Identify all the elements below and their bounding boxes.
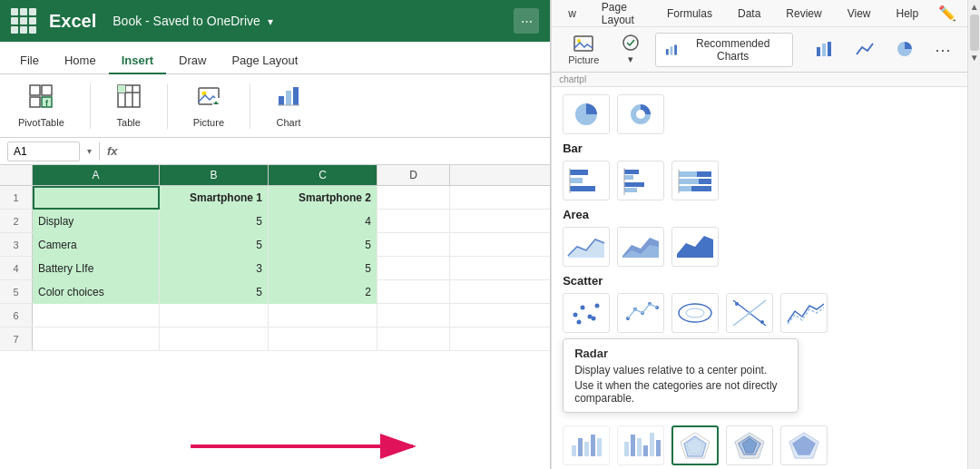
- cell-a6[interactable]: [33, 304, 160, 327]
- col-header-b[interactable]: B: [160, 165, 269, 185]
- bar-thumb-2[interactable]: [617, 161, 664, 200]
- bar-thumb-1[interactable]: [563, 161, 610, 200]
- cell-b7[interactable]: [160, 327, 269, 351]
- more-charts-btn[interactable]: ⋯: [927, 36, 958, 64]
- cell-b5[interactable]: 5: [160, 280, 269, 304]
- svg-rect-37: [624, 188, 637, 192]
- cell-b4[interactable]: 3: [160, 257, 269, 280]
- cell-a2[interactable]: Display: [33, 210, 160, 233]
- cell-a3[interactable]: Camera: [33, 233, 160, 257]
- scatter-thumb-2[interactable]: [617, 293, 664, 333]
- cell-d7[interactable]: [377, 327, 450, 351]
- area-thumb-1[interactable]: [563, 227, 610, 267]
- cell-a5[interactable]: Color choices: [33, 280, 160, 304]
- cell-a4[interactable]: Battery LIfe: [33, 257, 160, 280]
- menu-item-review[interactable]: Review: [780, 5, 827, 22]
- cell-c6[interactable]: [269, 304, 377, 327]
- cell-d4[interactable]: [377, 257, 450, 280]
- cell-c7[interactable]: [269, 327, 377, 351]
- cell-c2[interactable]: 4: [269, 210, 377, 233]
- menu-item-page-layout[interactable]: Page Layout: [596, 0, 647, 28]
- scroll-up-arrow[interactable]: ▲: [969, 2, 980, 13]
- radar-thumb-3[interactable]: [780, 425, 828, 465]
- scatter-thumb-1[interactable]: [563, 293, 610, 333]
- col-header-c[interactable]: C: [269, 165, 377, 185]
- cell-c1[interactable]: Smartphone 2: [269, 186, 377, 210]
- row-num-2: 2: [0, 210, 33, 232]
- line-chart-quick-btn[interactable]: [848, 36, 882, 64]
- col-header-d[interactable]: D: [377, 165, 450, 185]
- minimize-button[interactable]: ⋯: [514, 8, 539, 34]
- radar-thumb-2[interactable]: [726, 425, 773, 465]
- cell-c5[interactable]: 2: [269, 280, 377, 304]
- radar-thumb-1[interactable]: [671, 425, 719, 465]
- scatter-thumb-5[interactable]: [780, 293, 828, 333]
- area-thumb-2[interactable]: [617, 227, 664, 267]
- menu-item-formulas[interactable]: Formulas: [662, 5, 718, 22]
- bar-chart-quick-btn[interactable]: [808, 36, 842, 64]
- cell-a1[interactable]: [33, 186, 160, 210]
- cell-d2[interactable]: [377, 210, 450, 233]
- pivot-table-button[interactable]: f PivotTable: [11, 80, 72, 132]
- donut-chart-thumb-1[interactable]: [617, 94, 664, 134]
- svg-point-22: [623, 35, 638, 50]
- cell-d6[interactable]: [377, 304, 450, 327]
- cell-c3[interactable]: 5: [269, 233, 377, 257]
- cell-ref-dropdown[interactable]: ▾: [87, 146, 92, 156]
- cell-d5[interactable]: [377, 280, 450, 304]
- svg-rect-1: [42, 85, 52, 95]
- cell-d3[interactable]: [377, 233, 450, 257]
- bar-thumb-3[interactable]: [671, 161, 719, 200]
- cell-b3[interactable]: 5: [160, 233, 269, 257]
- scroll-thumb[interactable]: [970, 15, 979, 51]
- table-row: 7: [0, 327, 550, 351]
- cell-b6[interactable]: [160, 304, 269, 327]
- tab-draw[interactable]: Draw: [166, 48, 219, 74]
- tab-file[interactable]: File: [7, 48, 52, 74]
- pie-chart-thumb-1[interactable]: [563, 94, 610, 134]
- tab-page-layout[interactable]: Page Layout: [219, 48, 310, 74]
- svg-marker-46: [568, 239, 604, 258]
- formula-input[interactable]: [125, 144, 544, 158]
- col-header-a[interactable]: A: [33, 165, 160, 185]
- svg-rect-28: [828, 42, 831, 56]
- tab-insert[interactable]: Insert: [109, 48, 166, 74]
- cell-b1[interactable]: Smartphone 1: [160, 186, 269, 210]
- bar-small-thumb-2[interactable]: [617, 425, 664, 465]
- svg-rect-32: [570, 186, 595, 191]
- picture-ribbon-btn[interactable]: Picture: [561, 31, 606, 69]
- chart-button[interactable]: Chart: [269, 80, 309, 132]
- column-headers: A B C D: [0, 165, 550, 186]
- menu-item-w[interactable]: w: [563, 5, 582, 22]
- menu-item-view[interactable]: View: [842, 5, 877, 22]
- cell-reference-input[interactable]: [7, 142, 80, 161]
- cell-a7[interactable]: [33, 327, 160, 351]
- cell-d1[interactable]: [377, 186, 450, 210]
- pie-chart-quick-btn[interactable]: [887, 36, 922, 64]
- svg-marker-81: [684, 436, 706, 456]
- scatter-thumb-3[interactable]: [671, 293, 719, 333]
- tab-home[interactable]: Home: [52, 48, 109, 74]
- scroll-down-arrow[interactable]: ▼: [969, 53, 980, 64]
- recommended-charts-btn[interactable]: Recommended Charts: [655, 33, 793, 67]
- cell-c4[interactable]: 5: [269, 257, 377, 280]
- bar-small-thumb-1[interactable]: [563, 425, 610, 465]
- ribbon-sep-3: [250, 83, 250, 129]
- menu-item-help[interactable]: Help: [890, 5, 924, 22]
- svg-rect-0: [30, 85, 40, 95]
- cell-b2[interactable]: 5: [160, 210, 269, 233]
- scatter-thumb-4[interactable]: [726, 293, 773, 333]
- edit-icon[interactable]: ✏️: [938, 5, 956, 22]
- area-thumb-3[interactable]: [671, 227, 719, 267]
- picture-button[interactable]: Picture: [186, 80, 231, 132]
- picture-icon: [196, 83, 221, 114]
- table-button[interactable]: Table: [109, 80, 149, 132]
- apps-grid-icon[interactable]: [11, 8, 36, 34]
- table-row: 5 Color choices 5 2: [0, 280, 550, 304]
- shape-ribbon-btn[interactable]: ▾: [613, 30, 648, 69]
- corner-cell: [0, 165, 33, 185]
- right-scrollbar[interactable]: ▲ ▼: [967, 0, 980, 469]
- menu-item-data[interactable]: Data: [732, 5, 766, 22]
- svg-rect-25: [675, 44, 678, 54]
- chart-icon: [276, 83, 301, 114]
